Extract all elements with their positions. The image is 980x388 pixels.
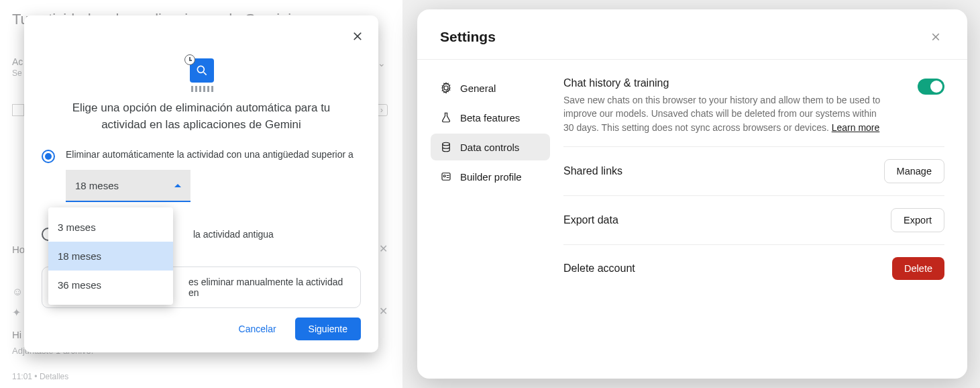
dropdown-option-36m[interactable]: 36 meses [48, 271, 173, 299]
svg-point-0 [197, 66, 204, 72]
gear-icon [440, 82, 452, 94]
bg-close-x-1: ✕ [379, 242, 388, 255]
nav-beta[interactable]: Beta features [431, 104, 550, 131]
settings-sidebar: General Beta features Data controls Buil… [417, 60, 558, 292]
flask-icon [440, 111, 452, 124]
svg-point-4 [443, 175, 445, 177]
shredder-icon [188, 85, 215, 92]
settings-title: Settings [440, 29, 496, 45]
settings-header: Settings [417, 9, 967, 60]
caret-up-icon [174, 184, 181, 187]
chat-history-desc: Save new chats on this browser to your h… [563, 93, 885, 134]
export-data-title: Export data [563, 214, 618, 226]
dialog-illustration [183, 56, 219, 92]
auto-delete-dialog: Elige una opción de eliminación automáti… [24, 15, 378, 352]
nav-data-controls[interactable]: Data controls [431, 134, 550, 160]
duration-select[interactable]: 18 meses [66, 170, 190, 202]
dialog-footer: Cancelar Siguiente [227, 318, 361, 340]
row-shared-links: Shared links Manage [563, 147, 944, 196]
nav-general[interactable]: General [431, 75, 550, 101]
bg-row-ho: Ho [12, 244, 25, 255]
nav-builder-profile[interactable]: Builder profile [431, 163, 550, 190]
nav-data-controls-label: Data controls [460, 142, 519, 153]
bg-spark-icon: ✦ [12, 306, 21, 319]
learn-more-link[interactable]: Learn more [832, 122, 880, 133]
svg-point-2 [443, 142, 450, 146]
dropdown-option-3m[interactable]: 3 meses [48, 213, 173, 242]
row-export-data: Export data Export [563, 196, 944, 245]
option-auto-delete[interactable]: Eliminar automáticamente la actividad co… [42, 149, 361, 163]
delete-account-title: Delete account [563, 262, 635, 275]
option-auto-delete-label: Eliminar automáticamente la actividad co… [66, 149, 353, 160]
duration-select-value: 18 meses [75, 180, 119, 191]
bg-footer: 11:01 • Detalles [12, 372, 68, 381]
settings-dialog: Settings General Beta features Data cont… [417, 9, 967, 379]
dialog-heading: Elige una opción de eliminación automáti… [42, 100, 361, 133]
svg-line-1 [204, 72, 207, 75]
clock-icon [184, 54, 195, 65]
next-button[interactable]: Siguiente [295, 318, 361, 340]
shared-links-title: Shared links [563, 165, 622, 177]
cancel-button[interactable]: Cancelar [227, 318, 288, 340]
radio-auto-delete[interactable] [42, 150, 55, 163]
manage-button[interactable]: Manage [884, 159, 944, 183]
close-icon [930, 31, 942, 43]
bg-row-hi: Hi [12, 329, 21, 340]
profile-card-icon [440, 171, 452, 183]
bg-close-x-2: ✕ [379, 305, 388, 318]
bg-emoji-icon: ☺ [12, 286, 23, 298]
export-button[interactable]: Export [891, 208, 944, 232]
dropdown-option-18m[interactable]: 18 meses [48, 242, 173, 271]
nav-builder-profile-label: Builder profile [460, 171, 522, 183]
duration-dropdown: 3 meses 18 meses 36 meses [48, 207, 173, 305]
delete-button[interactable]: Delete [892, 257, 944, 280]
chat-history-title: Chat history & training [563, 77, 885, 89]
settings-main: Chat history & training Save new chats o… [558, 60, 967, 292]
chat-history-toggle[interactable] [918, 79, 944, 95]
bg-square-icon [12, 104, 24, 116]
close-icon [351, 30, 364, 43]
row-chat-history: Chat history & training Save new chats o… [563, 77, 944, 147]
row-delete-account: Delete account Delete [563, 245, 944, 292]
nav-general-label: General [460, 83, 496, 94]
database-icon [440, 141, 452, 153]
close-button[interactable] [348, 27, 367, 46]
nav-beta-label: Beta features [460, 112, 520, 124]
settings-close-button[interactable] [927, 28, 944, 46]
